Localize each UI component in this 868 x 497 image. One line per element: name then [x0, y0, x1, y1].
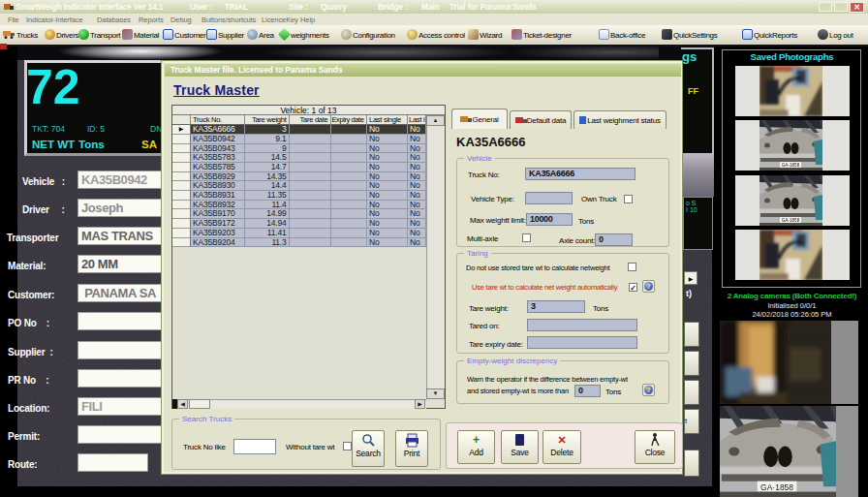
svg-text:GA·1858: GA·1858 [760, 482, 793, 492]
svg-text:GA-1858: GA-1858 [782, 218, 800, 223]
svg-text:GA-1858: GA-1858 [782, 163, 800, 168]
